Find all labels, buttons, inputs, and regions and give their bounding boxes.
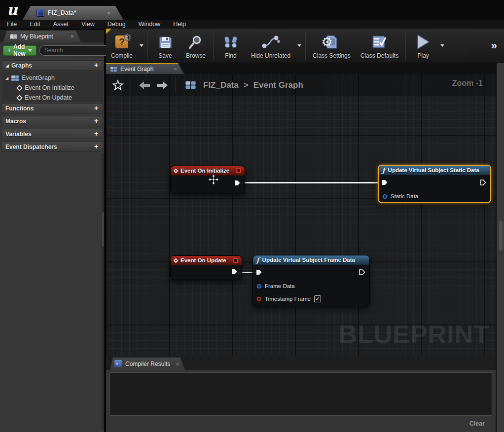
chevron-down-icon bbox=[28, 49, 32, 52]
add-macro-button[interactable]: + bbox=[92, 117, 101, 125]
forward-arrow-icon[interactable] bbox=[156, 80, 169, 90]
menu-help[interactable]: Help bbox=[173, 21, 193, 28]
divider bbox=[176, 78, 176, 93]
event-on-update-label: Event On Update bbox=[25, 94, 72, 101]
add-new-label: Add New bbox=[13, 43, 26, 57]
right-panel-edge[interactable] bbox=[496, 63, 504, 432]
section-event-dispatchers[interactable]: Event Dispatchers + bbox=[1, 142, 103, 152]
event-diamond-icon bbox=[16, 95, 23, 101]
event-graph-tab[interactable]: Event Graph × bbox=[106, 63, 184, 74]
timestamp-frame-checkbox[interactable]: ✓ bbox=[314, 295, 321, 302]
back-arrow-icon[interactable] bbox=[138, 80, 151, 90]
chevron-down-icon[interactable] bbox=[440, 44, 444, 47]
close-icon[interactable]: × bbox=[71, 33, 74, 40]
toolbar-separator bbox=[147, 32, 148, 60]
blueprint-graph-canvas[interactable]: FIZ_Data > Event Graph Zoom -1 BLUEPRINT… bbox=[106, 74, 496, 356]
exec-wire-initialize-to-static bbox=[240, 182, 384, 183]
chevron-down-icon[interactable] bbox=[297, 44, 301, 47]
static-data-pin[interactable] bbox=[383, 194, 387, 199]
add-function-button[interactable]: + bbox=[92, 105, 101, 112]
breadcrumb-current[interactable]: Event Graph bbox=[253, 80, 303, 90]
save-icon bbox=[158, 35, 173, 49]
exec-output-pin[interactable] bbox=[231, 268, 238, 275]
compiler-results-tab-title: Compiler Results bbox=[125, 360, 170, 367]
breadcrumb-bar: FIZ_Data > Event Graph Zoom -1 bbox=[106, 74, 496, 96]
menu-asset[interactable]: Asset bbox=[53, 21, 75, 28]
pin-label: Static Data bbox=[391, 193, 418, 199]
exec-output-pin[interactable] bbox=[359, 269, 365, 276]
menu-edit[interactable]: Edit bbox=[30, 21, 47, 28]
menu-view[interactable]: View bbox=[81, 21, 102, 28]
delegate-pin-icon[interactable] bbox=[233, 258, 238, 263]
browse-button[interactable]: Browse bbox=[180, 29, 211, 63]
section-macros[interactable]: Macros + bbox=[1, 116, 103, 126]
add-event-dispatcher-button[interactable]: + bbox=[92, 143, 101, 151]
play-button[interactable]: Play bbox=[408, 29, 438, 63]
breadcrumb-root[interactable]: FIZ_Data bbox=[203, 80, 239, 90]
timestamp-frame-pin[interactable] bbox=[257, 297, 261, 301]
blueprint-icon bbox=[185, 81, 195, 89]
tree-item-event-on-initialize[interactable]: Event On Initialize bbox=[5, 83, 103, 93]
add-variable-button[interactable]: + bbox=[92, 130, 101, 138]
add-new-button[interactable]: + Add New bbox=[3, 45, 36, 56]
toolbar-separator bbox=[213, 32, 214, 60]
menu-debug[interactable]: Debug bbox=[108, 21, 133, 28]
chevron-down-icon[interactable] bbox=[140, 44, 144, 47]
tree-item-eventgraph[interactable]: ◢ EventGraph bbox=[5, 73, 103, 83]
node-title: Update Virtual Subject Static Data bbox=[388, 167, 479, 173]
toolbar-overflow-button[interactable]: » bbox=[484, 39, 504, 52]
chevron-right-icon: > bbox=[244, 80, 249, 90]
node-update-virtual-subject-static-data[interactable]: ƒ Update Virtual Subject Static Data Sta… bbox=[378, 165, 491, 203]
node-event-on-update[interactable]: Event On Update bbox=[170, 255, 242, 280]
unreal-logo-icon: u bbox=[7, 1, 27, 19]
event-diamond-icon bbox=[174, 168, 179, 173]
browse-icon bbox=[188, 34, 204, 50]
exec-output-pin[interactable] bbox=[234, 180, 241, 186]
scrollbar-thumb[interactable] bbox=[499, 221, 503, 251]
console-icon: >_ bbox=[114, 360, 122, 367]
save-button[interactable]: Save bbox=[150, 29, 180, 63]
tree-item-event-on-update[interactable]: Event On Update bbox=[5, 93, 103, 103]
node-update-virtual-subject-frame-data[interactable]: ƒ Update Virtual Subject Frame Data Fram… bbox=[252, 255, 370, 306]
asset-tab-fiz-data[interactable]: FIZ_Data* × bbox=[23, 6, 123, 20]
class-defaults-icon bbox=[371, 35, 387, 49]
close-icon[interactable]: × bbox=[107, 10, 110, 16]
delegate-pin-icon[interactable] bbox=[236, 168, 241, 173]
graph-icon bbox=[110, 67, 117, 71]
section-graphs[interactable]: ◢ Graphs + bbox=[1, 60, 103, 71]
expand-arrow-icon[interactable]: ◢ bbox=[5, 76, 8, 80]
class-defaults-button[interactable]: Class Defaults bbox=[356, 29, 403, 63]
sidebar-scrollbar[interactable] bbox=[102, 153, 104, 429]
frame-data-pin[interactable] bbox=[257, 284, 261, 288]
close-icon[interactable]: × bbox=[174, 66, 177, 72]
exec-input-pin[interactable] bbox=[381, 179, 388, 186]
main-toolbar: ⚙ ? Compile Save Browse bbox=[106, 29, 504, 63]
clear-button[interactable]: Clear bbox=[469, 420, 485, 427]
plus-icon: + bbox=[7, 47, 11, 54]
find-button[interactable]: Find bbox=[216, 29, 246, 63]
menu-window[interactable]: Window bbox=[139, 21, 167, 28]
event-diamond-icon bbox=[16, 85, 23, 91]
compiler-output-area[interactable] bbox=[109, 372, 492, 416]
close-icon[interactable]: × bbox=[176, 361, 179, 367]
menu-file[interactable]: File bbox=[7, 21, 24, 28]
my-blueprint-tab-title: My Blueprint bbox=[20, 33, 53, 40]
add-graph-button[interactable]: + bbox=[92, 62, 101, 70]
exec-input-pin[interactable] bbox=[255, 269, 262, 276]
hide-unrelated-button[interactable]: Hide Unrelated bbox=[246, 29, 295, 63]
zoom-level-label: Zoom -1 bbox=[452, 79, 483, 88]
class-settings-button[interactable]: ⚙ Class Settings bbox=[308, 29, 356, 63]
function-icon: ƒ bbox=[382, 167, 385, 174]
section-functions[interactable]: Functions + bbox=[1, 103, 103, 113]
graphs-tree: ◢ EventGraph Event On Initialize Event O… bbox=[1, 72, 103, 102]
expand-arrow-icon[interactable]: ◢ bbox=[5, 63, 9, 68]
my-blueprint-tab[interactable]: My Blueprint × bbox=[3, 31, 81, 42]
compiler-results-tab[interactable]: >_ Compiler Results × bbox=[110, 358, 185, 370]
section-graphs-label: Graphs bbox=[11, 62, 32, 69]
exec-output-pin[interactable] bbox=[479, 179, 486, 186]
function-icon: ƒ bbox=[256, 256, 259, 264]
section-macros-label: Macros bbox=[5, 118, 26, 125]
toolbar-separator bbox=[405, 32, 406, 60]
section-variables[interactable]: Variables + bbox=[1, 129, 103, 139]
favorite-star-icon[interactable] bbox=[112, 79, 124, 91]
